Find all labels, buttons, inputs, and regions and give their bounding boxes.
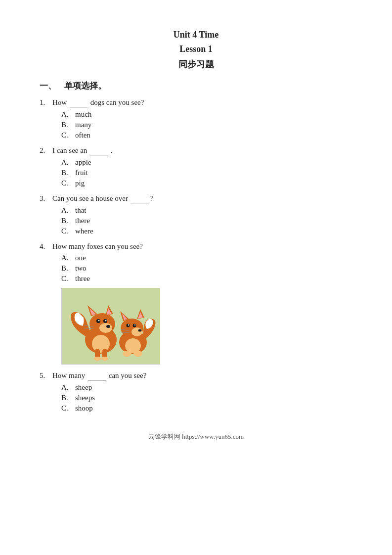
q5-option-a: A. sheep [61, 383, 352, 392]
svg-point-7 [98, 320, 100, 322]
section-number: 一、 [40, 80, 56, 92]
q3-option-a: A. that [61, 206, 352, 215]
q4-num: 4. [40, 242, 49, 251]
q2-blank [90, 146, 108, 155]
q4-option-a: A. one [61, 254, 352, 262]
unit-title: Unit 4 Time [40, 30, 352, 40]
footer-text: 云锋学科网 https://www.yun65.com [148, 433, 244, 440]
svg-point-24 [128, 324, 129, 325]
svg-point-31 [123, 351, 131, 357]
svg-point-16 [94, 357, 101, 361]
q5-options: A. sheep B. sheeps C. shoop [40, 383, 352, 413]
question-5-text: 5. How many can you see? [40, 371, 352, 380]
q1-option-a: A. much [61, 110, 352, 119]
q1-blank [70, 98, 87, 107]
svg-point-26 [134, 324, 135, 325]
question-2-text: 2. I can see an . [40, 146, 352, 155]
q1-num: 1. [40, 98, 49, 107]
question-2: 2. I can see an . A. apple B. fruit C. p… [40, 146, 352, 187]
svg-point-4 [99, 323, 112, 333]
chinese-title: 同步习题 [40, 58, 352, 70]
q4-options: A. one B. two C. three [40, 254, 352, 283]
question-5: 5. How many can you see? A. sheep B. she… [40, 371, 352, 413]
svg-point-23 [127, 324, 130, 327]
svg-point-32 [133, 351, 142, 357]
question-3: 3. Can you see a house over ? A. that B.… [40, 194, 352, 235]
question-list: 1. How dogs can you see? A. much B. many… [40, 98, 352, 413]
fox-image [61, 288, 160, 365]
q3-option-c: C. where [61, 227, 352, 235]
lesson-title: Lesson 1 [40, 44, 352, 54]
svg-point-25 [133, 324, 136, 327]
svg-point-22 [138, 329, 142, 332]
q4-option-c: C. three [61, 275, 352, 283]
svg-point-21 [131, 327, 142, 336]
q5-blank [88, 371, 106, 380]
question-4: 4. How many foxes can you see? A. one B.… [40, 242, 352, 365]
svg-point-9 [105, 320, 107, 322]
question-3-text: 3. Can you see a house over ? [40, 194, 352, 203]
q5-num: 5. [40, 371, 49, 380]
q1-option-b: B. many [61, 121, 352, 129]
q2-option-b: B. fruit [61, 169, 352, 177]
q2-num: 2. [40, 146, 49, 155]
svg-point-5 [106, 325, 110, 328]
q5-option-c: C. shoop [61, 404, 352, 413]
q3-options: A. that B. there C. where [40, 206, 352, 235]
q1-options: A. much B. many C. often [40, 110, 352, 139]
section-header: 一、 单项选择。 [40, 80, 352, 92]
question-4-text: 4. How many foxes can you see? [40, 242, 352, 251]
q3-num: 3. [40, 194, 49, 203]
q2-option-a: A. apple [61, 158, 352, 167]
question-1: 1. How dogs can you see? A. much B. many… [40, 98, 352, 139]
svg-point-2 [92, 335, 110, 353]
svg-point-17 [101, 357, 108, 361]
question-1-text: 1. How dogs can you see? [40, 98, 352, 107]
q1-option-c: C. often [61, 131, 352, 139]
page-footer: 云锋学科网 https://www.yun65.com [40, 432, 352, 441]
page-header: Unit 4 Time Lesson 1 同步习题 [40, 30, 352, 70]
q3-blank [131, 194, 149, 203]
q2-option-c: C. pig [61, 179, 352, 187]
q2-options: A. apple B. fruit C. pig [40, 158, 352, 187]
q5-option-b: B. sheeps [61, 394, 352, 402]
section-title: 单项选择。 [64, 80, 106, 92]
q4-option-b: B. two [61, 264, 352, 273]
q3-option-b: B. there [61, 217, 352, 225]
fox-illustration [64, 290, 158, 362]
